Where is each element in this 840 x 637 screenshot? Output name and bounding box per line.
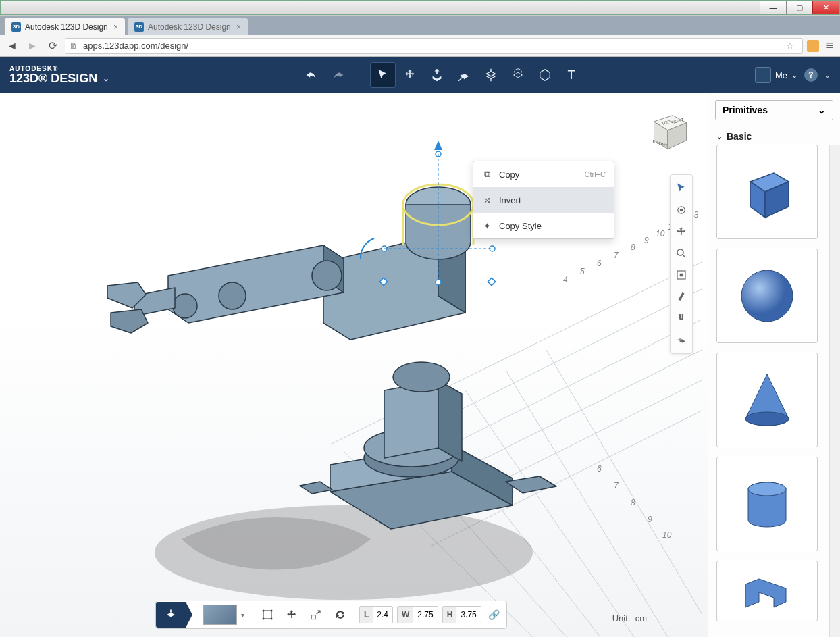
push-tool[interactable] (424, 62, 450, 88)
chevron-down-icon[interactable]: ▾ (241, 611, 248, 619)
reload-button[interactable]: ⟳ (45, 38, 61, 54)
window-close-button[interactable]: ✕ (812, 1, 839, 14)
svg-point-61 (745, 412, 789, 426)
browser-tab-active[interactable]: 3D Autodesk 123D Design × (4, 18, 126, 35)
bbox-tool[interactable] (257, 605, 278, 625)
avatar-icon (755, 67, 771, 83)
dim-length-field[interactable]: L2.4 (359, 606, 393, 623)
section-label: Basic (727, 131, 752, 142)
svg-text:9: 9 (644, 236, 649, 245)
dim-height-field[interactable]: H3.75 (442, 606, 481, 623)
primitive-sphere[interactable] (716, 249, 818, 343)
rotate-tool[interactable] (478, 62, 504, 88)
transform-tool[interactable] (397, 62, 423, 88)
primitive-cone[interactable] (716, 353, 818, 447)
svg-text:7: 7 (614, 251, 619, 260)
panel-section-header[interactable]: ⌄ Basic (708, 127, 840, 145)
window-maximize-button[interactable]: ▢ (786, 1, 813, 14)
material-preview[interactable] (203, 605, 237, 625)
chevron-down-icon: ⌄ (103, 74, 109, 83)
primitive-u-shape[interactable] (716, 561, 818, 621)
page-icon: 🗎 (70, 41, 79, 51)
context-item-invert[interactable]: ⤮ Invert (473, 187, 614, 213)
zoom-tool[interactable] (671, 243, 692, 264)
browser-tab-inactive[interactable]: 3D Autodesk 123D Design × (127, 18, 248, 35)
tab-close-icon[interactable]: × (108, 22, 118, 32)
ctx-shortcut: Ctrl+C (585, 170, 606, 178)
help-button[interactable]: ? (804, 68, 818, 82)
bookmark-star-icon[interactable]: ☆ (782, 41, 798, 51)
svg-point-60 (741, 270, 793, 322)
context-item-copy-style[interactable]: ✦ Copy Style (473, 213, 614, 238)
user-menu[interactable]: Me ⌄ (755, 67, 797, 83)
svg-point-55 (263, 610, 265, 612)
svg-rect-42 (488, 278, 495, 285)
user-label: Me (775, 70, 787, 80)
ctx-label: Copy Style (499, 221, 542, 231)
extension-icon[interactable] (807, 40, 819, 52)
right-panel: Primitives ⌄ ⌄ Basic (708, 93, 840, 637)
browser-tabstrip: 3D Autodesk 123D Design × 3D Autodesk 12… (0, 15, 840, 35)
svg-text:8: 8 (631, 243, 635, 252)
favicon-icon: 3D (134, 22, 144, 32)
fit-tool[interactable] (671, 264, 692, 286)
url-text: apps.123dapp.com/design/ (83, 41, 188, 51)
pattern-tool[interactable] (505, 62, 531, 88)
primitive-tool[interactable] (532, 62, 558, 88)
ctx-label: Invert (499, 195, 521, 205)
cursor-tool[interactable] (671, 178, 692, 199)
move-tool[interactable] (282, 605, 302, 625)
chrome-menu-icon[interactable]: ≡ (823, 39, 836, 53)
svg-text:6: 6 (597, 464, 602, 474)
rotate-sync-tool[interactable] (330, 605, 350, 625)
context-menu: ⧉ Copy Ctrl+C ⤮ Invert ✦ Copy Style (473, 161, 614, 239)
primary-edit-button[interactable] (156, 602, 186, 628)
primitive-cube[interactable] (716, 145, 818, 239)
svg-point-36 (173, 294, 197, 318)
svg-point-31 (393, 362, 450, 392)
svg-text:5: 5 (580, 267, 585, 276)
ctx-label: Copy (499, 170, 519, 180)
tab-title: Autodesk 123D Design (148, 22, 231, 32)
svg-line-51 (683, 255, 685, 257)
tab-title: Autodesk 123D Design (25, 22, 108, 32)
primitive-cylinder[interactable] (716, 457, 818, 551)
link-dims-icon[interactable]: 🔗 (485, 609, 502, 620)
material-tool[interactable] (671, 286, 692, 307)
dim-width-field[interactable]: W2.75 (397, 606, 438, 623)
snap-tool[interactable] (671, 307, 692, 329)
svg-text:8: 8 (631, 498, 635, 507)
tab-close-icon[interactable]: × (231, 22, 241, 32)
app-brand[interactable]: AUTODESK® 123D® DESIGN⌄ (9, 65, 109, 86)
svg-rect-59 (311, 615, 315, 619)
address-bar[interactable]: 🗎 apps.123dapp.com/design/ ☆ (65, 38, 803, 54)
scale-handles-tool[interactable] (306, 605, 326, 625)
chevron-down-icon: ⌄ (716, 132, 723, 141)
view-toolbar (670, 174, 693, 354)
invert-icon: ⤮ (481, 195, 492, 205)
favicon-icon: 3D (11, 22, 21, 32)
brand-bottom: 123D® DESIGN (9, 72, 97, 86)
text-tool[interactable]: T (559, 62, 585, 88)
scale-tool[interactable] (451, 62, 477, 88)
panel-category-select[interactable]: Primitives ⌄ (715, 100, 833, 120)
svg-text:10: 10 (662, 530, 672, 540)
group-tool[interactable] (671, 329, 692, 351)
context-item-copy[interactable]: ⧉ Copy Ctrl+C (473, 161, 614, 187)
viewport-3d[interactable]: 456 789 10111213 678 910 (0, 93, 708, 637)
viewcube[interactable]: TOP FRONT RIGHT (641, 104, 691, 154)
unit-label[interactable]: Unit: cm (612, 613, 647, 623)
orbit-tool[interactable] (671, 199, 692, 221)
svg-line-11 (506, 370, 668, 637)
svg-text:6: 6 (597, 259, 602, 268)
back-button[interactable]: ◄ (4, 38, 20, 54)
window-minimize-button[interactable]: — (760, 1, 787, 14)
undo-button[interactable] (298, 62, 324, 88)
svg-text:9: 9 (648, 515, 652, 524)
pan-tool[interactable] (671, 221, 692, 243)
panel-scrollbar[interactable] (829, 145, 840, 637)
select-tool[interactable] (370, 62, 396, 88)
forward-button[interactable]: ► (24, 38, 41, 54)
redo-button[interactable] (325, 62, 351, 88)
svg-point-49 (680, 209, 683, 212)
